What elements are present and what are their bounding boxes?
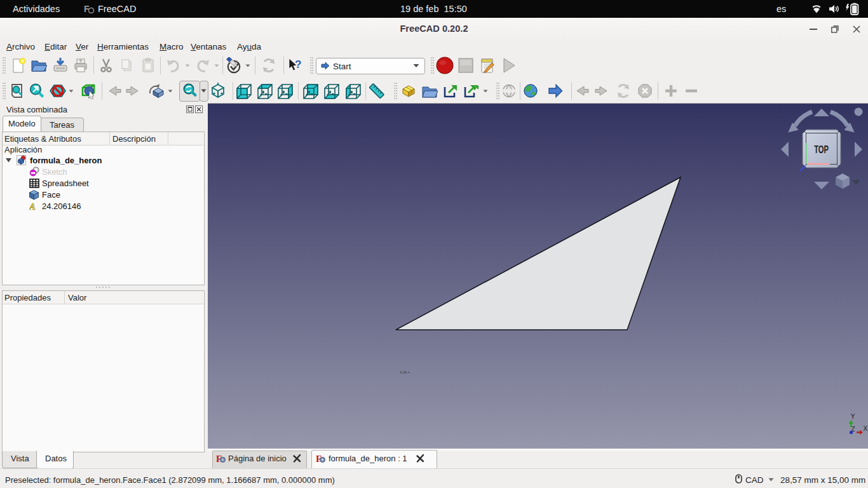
- svg-text:?: ?: [295, 58, 301, 71]
- svg-text:Y: Y: [851, 413, 855, 420]
- svg-text:A 20 =: A 20 =: [400, 370, 410, 374]
- svg-text:TOP: TOP: [814, 144, 829, 156]
- svg-text:X: X: [864, 425, 868, 432]
- svg-text:A: A: [29, 201, 36, 211]
